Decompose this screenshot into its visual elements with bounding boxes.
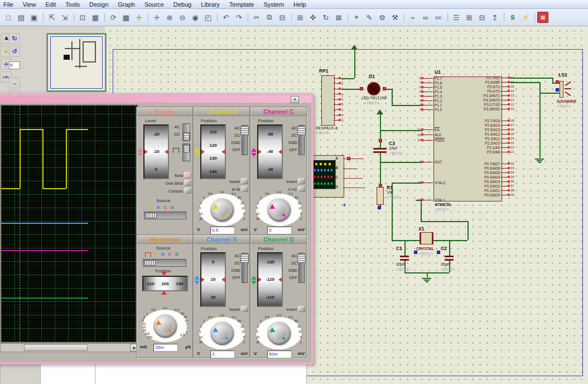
u1-pin[interactable]: P0.7/AD732 [457, 161, 514, 166]
trigger-coupling-switch[interactable] [182, 123, 190, 141]
u1-pin[interactable]: P2.4/A1225 [457, 132, 514, 136]
wire[interactable] [341, 78, 354, 79]
u1-pin[interactable]: P0.4/AD435 [457, 175, 514, 179]
block-rotate-icon[interactable]: ↻ [320, 11, 332, 23]
toggle-grid-icon[interactable]: ▩ [120, 11, 132, 23]
u1-pin[interactable]: 8P1.7 [415, 76, 442, 80]
trigger-level-dial[interactable]: -20-100 [143, 124, 169, 179]
oscilloscope-title-bar[interactable] [0, 95, 311, 103]
rp1-pin[interactable]: 7 [334, 108, 343, 112]
new-file-icon[interactable]: □ [2, 11, 15, 23]
decompose-icon[interactable]: ⚒ [389, 11, 401, 23]
channel-b-gain-knob[interactable]: 0.50.20.1 1251020 50201052 [199, 316, 245, 350]
channel-c-gain-knob[interactable]: 0.50.20.1 1251020 50201052 [256, 193, 302, 227]
x1-component[interactable] [420, 232, 433, 244]
channel-a-sum-button[interactable] [241, 186, 248, 192]
scrollbar-thumb[interactable] [24, 344, 88, 351]
rp1-pin[interactable]: 2 [334, 81, 343, 85]
wire[interactable] [354, 50, 355, 78]
channel-d-invert-button[interactable] [298, 306, 305, 312]
block-delete-icon[interactable]: ⊠ [332, 11, 345, 23]
design-explorer-icon[interactable]: ☰ [450, 11, 462, 23]
u1-pin[interactable]: 1P1.0 [415, 107, 442, 112]
wire[interactable] [421, 200, 422, 221]
screen-scrollbar[interactable]: ▶ [0, 343, 139, 352]
u1-pin[interactable]: P2.3/A1124 [457, 136, 514, 141]
u1-pin[interactable]: P0.2/AD237 [457, 184, 514, 188]
wire[interactable] [421, 221, 467, 222]
close-icon[interactable]: x [291, 96, 299, 103]
trigger-edge-switch[interactable] [182, 143, 190, 161]
u1-pin[interactable]: P2.0/A821 [457, 150, 514, 154]
rp1-pin[interactable]: 3 [334, 87, 343, 91]
channel-c-invert-button[interactable] [298, 178, 305, 184]
wire[interactable] [509, 78, 552, 79]
u1-pin[interactable]: 7P1.6 [415, 80, 442, 85]
schematic-preview[interactable] [47, 33, 106, 92]
mark-output-area-icon[interactable]: ▦ [89, 11, 102, 23]
property-assignment-icon[interactable]: ≔ [432, 11, 445, 23]
electrical-rule-check-icon[interactable]: ⚡ [519, 11, 532, 23]
channel-a-position-dial[interactable]: 110120130140 [200, 124, 226, 179]
channel-b-position-dial[interactable]: 01020 [200, 252, 226, 307]
rp1-pin[interactable]: 1 [334, 76, 343, 80]
goto-sheet-icon[interactable]: ↥ [489, 11, 501, 23]
zoom-all-icon[interactable]: ◉ [189, 11, 201, 23]
make-device-icon[interactable]: ✎ [363, 11, 375, 23]
u1-pin[interactable]: 9RST [415, 160, 442, 164]
knob[interactable] [267, 198, 291, 222]
timebase-knob[interactable]: 0.50.20.1 125102050100200 5020105210.5 [142, 309, 189, 343]
menu-item[interactable]: Debug [173, 1, 191, 8]
netlist-to-ares-icon[interactable]: ▦ [537, 12, 548, 23]
rp1-component[interactable] [321, 75, 335, 126]
wire[interactable] [380, 152, 381, 187]
channel-d-gain-knob[interactable]: 0.50.20.1 1251020 50201052 [256, 316, 302, 350]
rp1-pin[interactable]: 4 [334, 92, 343, 96]
bill-of-materials-icon[interactable]: S [507, 11, 519, 23]
probe-wire[interactable] [343, 188, 365, 188]
u1-pin[interactable]: 5P1.4 [415, 89, 442, 94]
menu-item[interactable]: View [23, 1, 36, 8]
zoom-in-icon[interactable]: ⊕ [163, 11, 176, 23]
menu-item[interactable]: Template [229, 1, 254, 8]
wire[interactable] [467, 221, 469, 240]
rp1-pin[interactable]: 6 [334, 103, 343, 107]
ground-icon[interactable] [535, 158, 544, 163]
knob[interactable] [153, 314, 177, 338]
wire[interactable] [539, 93, 560, 94]
u1-pin[interactable]: 18XTAL2 [415, 180, 445, 185]
r1-component[interactable] [377, 187, 384, 205]
channel-a-gain-knob[interactable]: 0.50.20.1 1251020 50201052 [199, 193, 245, 227]
coupling-option[interactable]: DC [234, 260, 240, 267]
wire[interactable] [449, 240, 450, 256]
u1-pin[interactable]: P3.2/INT012 [457, 98, 514, 102]
ground-icon[interactable] [422, 277, 431, 282]
channel-a-position-arrows[interactable] [194, 147, 199, 158]
channel-c-position-dial[interactable]: -50-40-30 [257, 124, 283, 179]
auto-button[interactable] [184, 172, 191, 178]
c2-component[interactable] [445, 256, 454, 257]
horizontal-position-dial[interactable]: 210200190 [142, 276, 188, 291]
rp1-pin[interactable]: 8 [334, 113, 343, 117]
c2-component[interactable] [445, 259, 454, 261]
u1-pin[interactable]: P0.0/AD039 [457, 193, 514, 197]
wire[interactable] [341, 89, 360, 90]
menu-item[interactable]: Edit [45, 1, 56, 8]
u1-pin[interactable]: P2.1/A922 [457, 145, 514, 150]
rp1-pin[interactable]: 5 [334, 98, 343, 102]
trigger-coupling-option[interactable]: DC [174, 131, 180, 138]
coupling-option[interactable]: OFF [289, 274, 297, 281]
mirror-x-button[interactable]: ↔ [9, 77, 20, 88]
search-tag-icon[interactable]: ∞ [420, 11, 432, 23]
channel-b-coupling-slider[interactable] [242, 253, 248, 283]
u1-pin[interactable]: P2.6/A1427 [457, 123, 514, 127]
one-shot-button[interactable] [184, 180, 191, 186]
u1-pin[interactable]: P3.3/INT113 [457, 93, 514, 98]
wire-autorouter-icon[interactable]: ⌁ [407, 11, 419, 23]
c1-component[interactable] [400, 259, 409, 261]
coupling-option[interactable]: GND [231, 267, 240, 274]
packaging-tool-icon[interactable]: ⚙ [376, 11, 388, 23]
menu-item[interactable]: System [263, 1, 284, 8]
channel-d-coupling-slider[interactable] [298, 253, 305, 283]
coupling-option[interactable]: AC [292, 124, 297, 132]
